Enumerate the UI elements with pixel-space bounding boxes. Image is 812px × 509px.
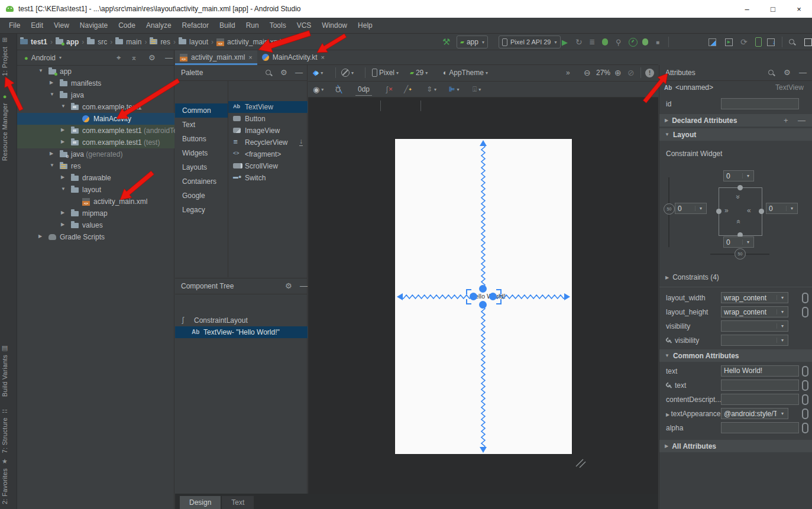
palette-category-text[interactable]: Text <box>175 118 228 132</box>
close-button[interactable]: × <box>786 0 812 18</box>
attach-debugger-icon[interactable]: ⚲ <box>616 36 622 48</box>
search-everywhere-icon[interactable] <box>788 36 795 48</box>
design-mode-select[interactable]: ◆◆▾ <box>313 67 323 79</box>
layout_height-select[interactable]: wrap_content▾ <box>721 306 788 317</box>
api-version-select[interactable]: ▰29▾ <box>410 67 428 79</box>
constraint-spring-left-icon[interactable]: » <box>724 206 729 215</box>
chevron-right-icon[interactable]: ▶ <box>50 80 53 85</box>
chevron-right-icon[interactable]: ▶ <box>61 139 64 144</box>
margin-bottom-select[interactable]: 0▾ <box>723 236 754 248</box>
visibility-select[interactable]: ▾ <box>721 320 788 332</box>
breadcrumb-item-main[interactable]: main <box>115 38 141 46</box>
hide-panel-icon[interactable]: — <box>295 68 303 77</box>
breadcrumb-item-test1[interactable]: test1 <box>20 38 47 46</box>
tools-attribute-flag-icon[interactable] <box>802 423 808 433</box>
hide-panel-icon[interactable]: — <box>165 53 173 62</box>
common-attributes-section[interactable]: ▼Common Attributes <box>659 349 812 362</box>
chevron-right-icon[interactable]: ▶ <box>61 210 64 215</box>
run-button[interactable]: ▶ <box>562 36 568 48</box>
declared-attributes-section[interactable]: ▶Declared Attributes + — <box>659 114 812 127</box>
logcat-icon[interactable]: ▶ <box>725 36 733 48</box>
breadcrumb-item-activity_main-xml[interactable]: activity_main.xml <box>216 38 281 46</box>
tools-attribute-flag-icon[interactable] <box>802 380 808 391</box>
chevron-down-icon[interactable]: ▼ <box>50 92 54 97</box>
textAppearance-select[interactable]: @android:style/Te▾ <box>721 408 788 419</box>
stop-button[interactable]: ■ <box>656 36 659 48</box>
search-icon[interactable] <box>265 69 272 76</box>
pack-icon[interactable]: ⇕▾ <box>426 83 436 95</box>
palette-category-common[interactable]: Common <box>175 103 228 118</box>
palette-category-google[interactable]: Google <box>175 189 228 203</box>
text-input[interactable] <box>721 380 799 391</box>
hide-panel-icon[interactable]: — <box>799 68 807 77</box>
breadcrumb-item-src[interactable]: src <box>87 38 107 46</box>
menu-item-analyze[interactable]: Analyze <box>141 21 177 30</box>
alpha-input[interactable] <box>721 422 799 433</box>
menu-item-navigate[interactable]: Navigate <box>75 21 113 30</box>
tree-item-manifests[interactable]: ▶manifests <box>17 77 174 89</box>
debug-button[interactable] <box>602 36 608 48</box>
menu-item-run[interactable]: Run <box>241 21 264 30</box>
visibility-select[interactable]: ▾ <box>721 335 788 346</box>
menu-item-edit[interactable]: Edit <box>25 21 48 30</box>
tree-item-Gradle-Scripts[interactable]: ▶Gradle Scripts <box>17 231 174 243</box>
horizontal-bias-value[interactable]: 50 <box>735 248 746 260</box>
tree-item-com-example-test1[interactable]: ▶com.example.test1 (androidTest) <box>17 125 174 137</box>
remove-attribute-icon[interactable]: — <box>798 116 805 125</box>
tree-item-res[interactable]: ▼res <box>17 160 174 172</box>
tree-item-java[interactable]: ▶java (generated) <box>17 148 174 160</box>
device-file-explorer-icon[interactable] <box>709 36 716 48</box>
layout_width-select[interactable]: wrap_content▾ <box>721 292 788 303</box>
chevron-down-icon[interactable]: ▼ <box>61 103 66 109</box>
mode-tab-design[interactable]: Design <box>180 496 221 509</box>
chevron-right-icon[interactable]: ▶ <box>61 222 64 227</box>
device-select[interactable]: Pixel 2 API 29 ▾ <box>499 35 561 48</box>
autoconnect-icon[interactable]: Ω╲ <box>335 83 342 95</box>
tree-item-drawable[interactable]: ▶drawable <box>17 172 174 184</box>
editor-tab-activity_main-xml[interactable]: activity_main.xml× <box>175 50 257 64</box>
palette-item-switch[interactable]: ▬●Switch <box>228 172 308 184</box>
minimize-button[interactable]: – <box>734 0 760 18</box>
editor-tab-MainActivity-kt[interactable]: MainActivity.kt× <box>257 50 329 64</box>
build-hammer-icon[interactable]: ⚒ <box>442 36 450 48</box>
constraint-spring-top-icon[interactable]: » <box>734 195 742 199</box>
toolbar-overflow-icon[interactable] <box>804 36 812 48</box>
constraints-section[interactable]: ▶Constraints (4) <box>665 273 719 281</box>
default-margin-select[interactable]: 0dp <box>355 83 372 96</box>
tree-item-com-example-test1[interactable]: ▼com.example.test1 <box>17 101 174 113</box>
run-configuration-select[interactable]: ▰ app ▾ <box>457 35 488 48</box>
hide-panel-icon[interactable]: — <box>300 281 308 290</box>
menu-item-refactor[interactable]: Refactor <box>177 21 214 30</box>
vertical-bias-value[interactable]: 50 <box>664 203 675 215</box>
tool-stripe-2-favorites[interactable]: ★2: Favorites <box>1 458 8 504</box>
menu-item-view[interactable]: View <box>48 21 75 30</box>
toolbar-overflow-icon[interactable]: » <box>566 67 570 79</box>
palette-category-layouts[interactable]: Layouts <box>175 160 228 174</box>
menu-item-build[interactable]: Build <box>214 21 241 30</box>
menu-item-help[interactable]: Help <box>352 21 378 30</box>
device-in-editor-select[interactable]: Pixel▾ <box>372 67 399 79</box>
download-icon[interactable]: ↓ <box>299 138 303 146</box>
tree-item-layout[interactable]: ▼layout <box>17 184 174 196</box>
chevron-right-icon[interactable]: ▶ <box>50 151 53 156</box>
menu-item-code[interactable]: Code <box>113 21 141 30</box>
constraint-anchor-left[interactable] <box>716 209 722 214</box>
rerun-button[interactable]: ↻ <box>575 36 583 48</box>
tree-item-app[interactable]: ▼app <box>17 66 174 77</box>
text-input[interactable]: Hello World! <box>721 365 799 377</box>
chevron-right-icon[interactable]: ▶ <box>38 234 42 239</box>
constraint-handle-top[interactable] <box>479 285 487 293</box>
tree-item-com-example-test1[interactable]: ▶com.example.test1 (test) <box>17 137 174 148</box>
chevron-down-icon[interactable]: ▼ <box>38 68 43 73</box>
breadcrumb-item-layout[interactable]: layout <box>179 38 208 46</box>
gear-icon[interactable]: ⚙ <box>784 68 791 77</box>
close-icon[interactable]: × <box>321 54 325 61</box>
profile-run-icon[interactable] <box>642 36 648 48</box>
breadcrumb-item-res[interactable]: res <box>150 38 170 46</box>
view-options-icon[interactable]: ◉▾ <box>313 83 323 95</box>
constraint-spring-bottom-icon[interactable]: » <box>734 220 742 224</box>
breadcrumb-item-app[interactable]: app <box>56 38 79 46</box>
gear-icon[interactable]: ⚙ <box>280 68 287 77</box>
palette-category-legacy[interactable]: Legacy <box>175 203 228 217</box>
chevron-right-icon[interactable]: ▶ <box>61 127 64 132</box>
